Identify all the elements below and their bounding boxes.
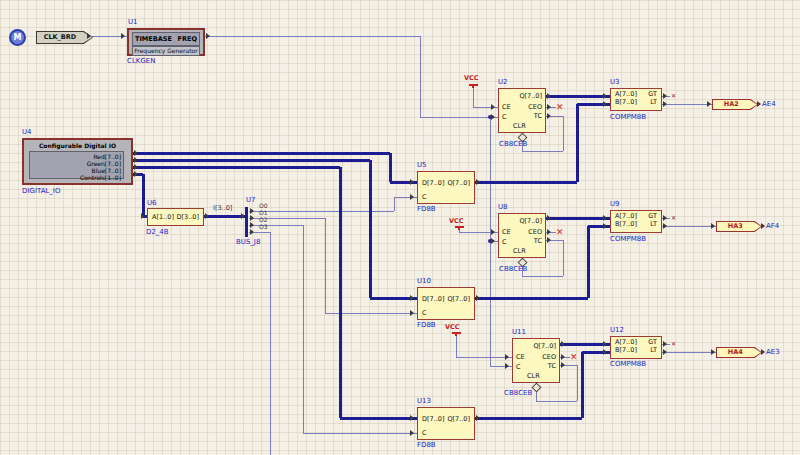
- wire-segment[interactable]: [473, 86, 474, 107]
- pin-arrow-icon: [547, 113, 551, 119]
- refdes-label-u12: U12: [610, 327, 624, 334]
- wire-segment[interactable]: [536, 401, 577, 402]
- digital-io-pin-red: Red[7..0]: [93, 153, 121, 160]
- pin-arrow-icon: [410, 415, 414, 421]
- wire-segment[interactable]: [303, 433, 417, 434]
- unconnected-x-icon: ✕: [671, 341, 676, 347]
- output-connector-label: HA2: [712, 99, 751, 110]
- counter-pin-q: Q[7..0]: [533, 343, 556, 350]
- counter-block-u2[interactable]: Q[7..0] CE C CEO TC CLR: [498, 88, 546, 133]
- wire-segment[interactable]: [420, 36, 421, 117]
- bus-segment[interactable]: [133, 159, 370, 162]
- bus-segment[interactable]: [576, 104, 579, 182]
- output-connector-ha2[interactable]: HA2: [712, 99, 758, 110]
- refdes-label-u6: U6: [147, 200, 157, 207]
- pin-arrow-icon: [561, 341, 565, 347]
- clkgen-pin-freq: FREQ: [178, 35, 197, 43]
- register-block-u10[interactable]: D[7..0] Q[7..0] C: [417, 287, 475, 320]
- pin-arrow-icon: [134, 150, 138, 156]
- unconnected-x-icon: ✕: [671, 215, 676, 221]
- digital-io-pin-controls: Controls[1..0]: [80, 174, 121, 181]
- counter-block-u8[interactable]: Q[7..0] CE C CEO TC CLR: [498, 213, 546, 258]
- wire-segment[interactable]: [490, 241, 491, 366]
- clkgen-block[interactable]: TIMEBASE FREQ Frequency Generator: [127, 28, 205, 56]
- wire-segment[interactable]: [536, 392, 537, 401]
- comparator-block-u9[interactable]: A[7..0] B[7..0] GT LT: [610, 210, 662, 233]
- pin-arrow-icon: [707, 101, 711, 107]
- pin-arrow-icon: [134, 157, 138, 163]
- bus-segment[interactable]: [340, 417, 417, 420]
- register-pin-q: Q[7..0]: [447, 180, 470, 187]
- wire-segment[interactable]: [303, 225, 304, 433]
- wire-segment[interactable]: [662, 352, 716, 353]
- bus-segment[interactable]: [581, 352, 584, 418]
- comparator-pin-lt: LT: [650, 221, 657, 228]
- bus-segment[interactable]: [389, 153, 392, 182]
- wire-segment[interactable]: [522, 151, 563, 152]
- comparator-block-u3[interactable]: A[7..0] B[7..0] GT LT: [610, 88, 662, 111]
- decoder-pin-a: A[1..0]: [152, 214, 174, 221]
- bus-segment[interactable]: [546, 217, 610, 220]
- vcc-label-u8: VCC: [449, 218, 464, 225]
- pin-arrow-icon: [205, 213, 209, 219]
- clr-diamond-icon: [532, 383, 542, 393]
- wire-segment[interactable]: [420, 117, 498, 118]
- pin-arrow-icon: [250, 208, 254, 214]
- wire-segment[interactable]: [325, 218, 326, 313]
- bus-segment[interactable]: [133, 152, 390, 155]
- annotation-bubble-icon: M: [9, 29, 26, 46]
- net-label-i-bus: I[3..0]: [213, 205, 232, 212]
- bus-segment[interactable]: [369, 160, 372, 298]
- pin-arrow-icon: [250, 229, 254, 235]
- bus-segment[interactable]: [133, 166, 340, 169]
- wire-segment[interactable]: [456, 357, 512, 358]
- bus-segment[interactable]: [587, 226, 590, 298]
- pin-arrow-icon: [476, 295, 480, 301]
- register-block-u5[interactable]: D[7..0] Q[7..0] C: [417, 171, 475, 204]
- wire-segment[interactable]: [270, 232, 271, 455]
- pin-arrow-icon: [757, 101, 761, 107]
- counter-block-u11[interactable]: Q[7..0] CE C CEO TC CLR: [512, 338, 560, 383]
- wire-segment[interactable]: [456, 334, 457, 357]
- counter-pin-ceo: CEO: [542, 354, 556, 361]
- wire-segment[interactable]: [256, 211, 394, 212]
- bus-segment[interactable]: [245, 207, 248, 237]
- counter-pin-c: C: [502, 114, 507, 121]
- bus-segment[interactable]: [475, 417, 582, 420]
- pin-arrow-icon: [491, 104, 495, 110]
- wire-segment[interactable]: [563, 116, 564, 151]
- part-label-compm8b-u9: COMPM8B: [610, 236, 646, 243]
- wire-segment[interactable]: [256, 232, 270, 233]
- input-connector-clk-brd[interactable]: CLK_BRD: [36, 31, 93, 44]
- wire-segment[interactable]: [522, 276, 563, 277]
- register-pin-q: Q[7..0]: [447, 296, 470, 303]
- pin-arrow-icon: [663, 349, 667, 355]
- pin-arrow-icon: [561, 362, 565, 368]
- register-block-u13[interactable]: D[7..0] Q[7..0] C: [417, 407, 475, 440]
- wire-segment[interactable]: [205, 36, 420, 37]
- bus-segment[interactable]: [142, 174, 145, 216]
- pin-arrow-icon: [476, 415, 480, 421]
- wire-segment[interactable]: [563, 240, 564, 276]
- digital-io-block[interactable]: Configurable Digital IO Red[7..0] Green[…: [22, 138, 133, 185]
- bus-segment[interactable]: [475, 181, 577, 184]
- pin-arrow-icon: [476, 179, 480, 185]
- wire-segment[interactable]: [394, 197, 395, 211]
- bus-segment[interactable]: [339, 167, 342, 418]
- pin-arrow-icon: [87, 33, 91, 39]
- wire-segment[interactable]: [662, 226, 716, 227]
- output-connector-ha3[interactable]: HA3: [716, 221, 762, 232]
- comparator-block-u12[interactable]: A[7..0] B[7..0] GT LT: [610, 336, 662, 359]
- wire-segment[interactable]: [490, 117, 491, 241]
- output-connector-ha4[interactable]: HA4: [716, 347, 762, 358]
- decoder-block[interactable]: A[1..0] D[3..0]: [147, 208, 204, 226]
- wire-segment[interactable]: [577, 365, 578, 401]
- pin-arrow-icon: [711, 223, 715, 229]
- pin-arrow-icon: [491, 229, 495, 235]
- refdes-label-u1: U1: [128, 19, 138, 26]
- wire-segment[interactable]: [662, 104, 712, 105]
- schematic-canvas[interactable]: M CLK_BRD U1 TIMEBASE FREQ Frequency Gen…: [0, 0, 800, 455]
- bus-segment[interactable]: [475, 297, 588, 300]
- bus-segment[interactable]: [546, 95, 610, 98]
- pin-arrow-icon: [241, 213, 245, 219]
